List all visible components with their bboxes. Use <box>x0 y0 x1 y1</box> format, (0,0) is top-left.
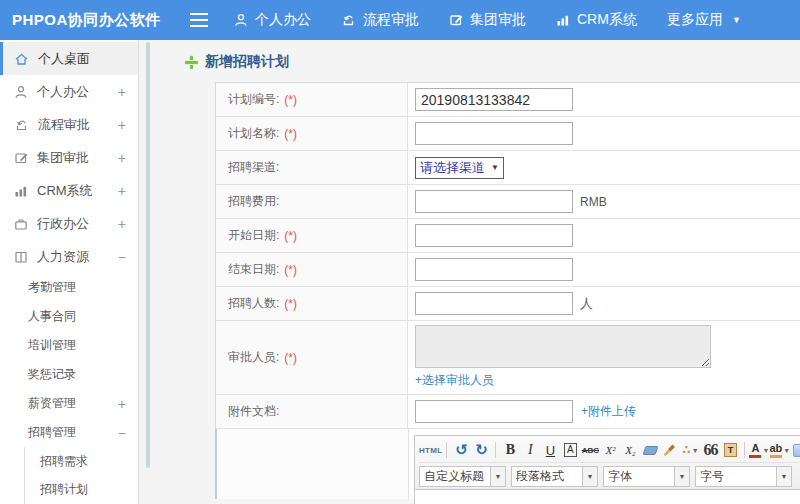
field-label: 招聘渠道: <box>216 151 408 184</box>
underline-button[interactable]: U <box>540 441 560 460</box>
budget-input[interactable] <box>415 190 573 213</box>
top-navigation: 个人办公 流程审批 集团审批 CRM系统 更多应用 ▼ <box>234 11 771 29</box>
sidebar-item-salary[interactable]: 薪资管理 + <box>0 389 138 418</box>
sidebar-item-training[interactable]: 培训管理 <box>0 331 138 360</box>
broom-icon <box>663 443 677 457</box>
sidebar-scrollbar[interactable] <box>146 42 150 468</box>
book-icon <box>14 250 28 264</box>
subscript-button[interactable]: X₂ <box>620 441 640 460</box>
sidebar-item-label: 个人办公 <box>37 83 109 101</box>
sidebar-item-process-approval[interactable]: 流程审批 + <box>0 108 138 141</box>
sidebar-item-hr[interactable]: 人力资源 − <box>0 240 138 273</box>
page-title-text: 新增招聘计划 <box>205 53 289 71</box>
headcount-input[interactable] <box>415 292 573 315</box>
insert-image-button[interactable] <box>790 441 800 460</box>
expand-plus-icon[interactable]: + <box>118 84 126 100</box>
choose-approver-link[interactable]: +选择审批人员 <box>415 372 494 389</box>
field-value: HTML ↺ ↻ B I U A ABC X² <box>409 429 800 499</box>
redo-button[interactable]: ↻ <box>471 441 491 460</box>
expand-plus-icon[interactable]: + <box>118 150 126 166</box>
toolbar-separator <box>446 442 447 458</box>
expand-plus-icon[interactable]: + <box>118 396 126 412</box>
bold-button[interactable]: B <box>500 441 520 460</box>
channel-select[interactable]: 请选择渠道 ▼ <box>415 157 504 179</box>
background-color-icon: ab <box>769 443 782 458</box>
plan-number-input[interactable] <box>415 88 573 111</box>
field-value <box>408 253 800 286</box>
form-row-budget: 招聘费用: RMB <box>216 185 800 219</box>
sidebar-item-group-approval[interactable]: 集团审批 + <box>0 141 138 174</box>
sidebar-item-label: 薪资管理 <box>28 395 118 412</box>
expand-plus-icon[interactable]: + <box>118 117 126 133</box>
topnav-group-approval[interactable]: 集团审批 <box>449 11 526 29</box>
end-date-input[interactable] <box>415 258 573 281</box>
sidebar-item-personal-office[interactable]: 个人办公 + <box>0 75 138 108</box>
caret-down-icon: ▼ <box>776 467 791 486</box>
topnav-personal-office[interactable]: 个人办公 <box>234 11 311 29</box>
sidebar-item-recruit-plan[interactable]: 招聘计划 <box>25 475 138 503</box>
edit-icon <box>449 13 463 27</box>
font-size-combo[interactable]: 字号 ▼ <box>695 466 792 487</box>
expand-plus-icon[interactable]: + <box>118 216 126 232</box>
collapse-minus-icon[interactable]: − <box>118 425 126 441</box>
hamburger-menu-icon[interactable] <box>190 13 208 27</box>
font-color-icon: A <box>749 443 761 458</box>
label-text: 招聘渠道: <box>228 159 279 176</box>
eraser-button[interactable] <box>640 441 660 460</box>
source-code-button[interactable]: HTML <box>419 441 442 460</box>
sidebar-item-desktop[interactable]: 个人桌面 <box>0 42 138 75</box>
sidebar-item-hr-contract[interactable]: 人事合同 <box>0 302 138 331</box>
process-icon <box>14 118 29 132</box>
required-mark: (*) <box>284 351 297 365</box>
attachment-input[interactable] <box>415 400 573 423</box>
format-brush-button[interactable] <box>660 441 680 460</box>
plan-name-input[interactable] <box>415 122 573 145</box>
approver-textarea[interactable] <box>415 325 711 368</box>
font-color-button[interactable]: A ▼ <box>749 441 769 460</box>
field-value: RMB <box>408 185 800 218</box>
autotypeset-button[interactable]: ∴ ▼ <box>680 441 700 460</box>
font-family-combo[interactable]: 字体 ▼ <box>603 466 690 487</box>
collapse-minus-icon[interactable]: − <box>118 249 126 265</box>
undo-button[interactable]: ↺ <box>451 441 471 460</box>
sidebar-item-crm[interactable]: CRM系统 + <box>0 174 138 207</box>
topnav-label: CRM系统 <box>577 11 637 29</box>
select-value: 请选择渠道 <box>420 159 485 177</box>
attachment-upload-link[interactable]: +附件上传 <box>581 403 636 420</box>
sidebar-item-admin-office[interactable]: 行政办公 + <box>0 207 138 240</box>
custom-title-combo[interactable]: 自定义标题 ▼ <box>419 466 506 487</box>
italic-button[interactable]: I <box>520 441 540 460</box>
topnav-crm-system[interactable]: CRM系统 <box>556 11 637 29</box>
add-plus-icon <box>185 56 198 69</box>
superscript-button[interactable]: X² <box>600 441 620 460</box>
field-value <box>408 219 800 252</box>
label-text: 招聘人数: <box>228 295 279 312</box>
paste-plain-button[interactable]: T <box>720 441 740 460</box>
sidebar: 个人桌面 个人办公 + 流程审批 + 集团审批 + CRM系统 + <box>0 40 139 504</box>
start-date-input[interactable] <box>415 224 573 247</box>
required-mark: (*) <box>284 229 297 243</box>
sidebar-item-attendance[interactable]: 考勤管理 <box>0 273 138 302</box>
app-logo: PHPOA协同办公软件 <box>0 11 186 30</box>
clipboard-icon: T <box>724 443 737 457</box>
richtext-edit-area[interactable] <box>414 490 800 504</box>
paragraph-format-combo[interactable]: 段落格式 ▼ <box>511 466 598 487</box>
autotypeset-icon: ∴ <box>682 443 690 457</box>
background-color-button[interactable]: ab ▼ <box>769 441 790 460</box>
topnav-more-apps[interactable]: 更多应用 ▼ <box>667 11 741 29</box>
recruit-subgroup: 招聘需求 招聘计划 人才库 <box>24 447 138 504</box>
currency-suffix: RMB <box>580 195 607 209</box>
label-text: 审批人员: <box>228 349 279 366</box>
sidebar-item-recruit-mgmt[interactable]: 招聘管理 − <box>0 418 138 447</box>
char-border-button[interactable]: A <box>560 441 580 460</box>
blockquote-button[interactable]: 66 <box>700 441 720 460</box>
required-mark: (*) <box>284 93 297 107</box>
expand-plus-icon[interactable]: + <box>118 183 126 199</box>
main-content: 新增招聘计划 计划编号: (*) 计划名称: (*) <box>139 40 800 504</box>
sidebar-item-rewards[interactable]: 奖惩记录 <box>0 360 138 389</box>
topnav-process-approval[interactable]: 流程审批 <box>341 11 419 29</box>
briefcase-icon <box>14 217 28 231</box>
caret-down-icon: ▼ <box>490 467 505 486</box>
strikethrough-button[interactable]: ABC <box>580 441 600 460</box>
sidebar-item-recruit-demand[interactable]: 招聘需求 <box>25 447 138 475</box>
